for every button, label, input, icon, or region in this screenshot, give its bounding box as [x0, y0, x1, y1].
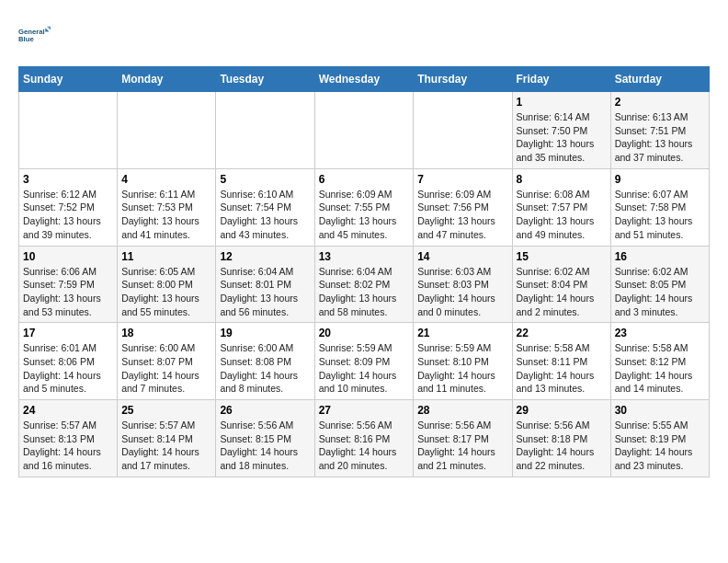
- day-detail: Sunrise: 6:04 AMSunset: 8:01 PMDaylight:…: [220, 265, 310, 319]
- day-detail: Sunrise: 5:56 AMSunset: 8:15 PMDaylight:…: [220, 419, 310, 473]
- calendar-cell: 11Sunrise: 6:05 AMSunset: 8:00 PMDayligh…: [118, 246, 216, 323]
- day-detail: Sunrise: 6:02 AMSunset: 8:04 PMDaylight:…: [517, 265, 607, 319]
- calendar-cell: 30Sunrise: 5:55 AMSunset: 8:19 PMDayligh…: [610, 400, 709, 477]
- calendar-cell: 1Sunrise: 6:14 AMSunset: 7:50 PMDaylight…: [512, 92, 610, 169]
- day-detail: Sunrise: 5:56 AMSunset: 8:18 PMDaylight:…: [517, 419, 607, 473]
- day-detail: Sunrise: 5:57 AMSunset: 8:13 PMDaylight:…: [23, 419, 113, 473]
- day-number: 19: [220, 327, 310, 339]
- page-header: GeneralBlue: [18, 18, 710, 52]
- day-number: 21: [417, 327, 507, 339]
- weekday-header-row: SundayMondayTuesdayWednesdayThursdayFrid…: [19, 67, 710, 92]
- svg-text:Blue: Blue: [18, 35, 34, 43]
- weekday-header-sunday: Sunday: [19, 67, 118, 92]
- day-detail: Sunrise: 6:03 AMSunset: 8:03 PMDaylight:…: [417, 265, 507, 319]
- day-number: 30: [615, 404, 705, 417]
- weekday-header-thursday: Thursday: [414, 67, 512, 92]
- day-detail: Sunrise: 6:01 AMSunset: 8:06 PMDaylight:…: [23, 341, 113, 396]
- day-detail: Sunrise: 6:12 AMSunset: 7:52 PMDaylight:…: [23, 188, 113, 242]
- calendar-cell: 22Sunrise: 5:58 AMSunset: 8:11 PMDayligh…: [512, 323, 610, 400]
- day-number: 20: [319, 327, 410, 339]
- day-number: 8: [517, 173, 607, 186]
- day-number: 9: [615, 173, 705, 186]
- calendar-cell: 23Sunrise: 5:58 AMSunset: 8:12 PMDayligh…: [610, 323, 709, 400]
- calendar-cell: [414, 92, 512, 169]
- calendar-body: 1Sunrise: 6:14 AMSunset: 7:50 PMDaylight…: [19, 92, 710, 477]
- day-detail: Sunrise: 6:07 AMSunset: 7:58 PMDaylight:…: [615, 188, 705, 242]
- day-number: 22: [517, 327, 607, 339]
- weekday-header-friday: Friday: [512, 67, 610, 92]
- day-detail: Sunrise: 6:10 AMSunset: 7:54 PMDaylight:…: [220, 188, 310, 242]
- day-detail: Sunrise: 6:06 AMSunset: 7:59 PMDaylight:…: [23, 265, 113, 319]
- day-detail: Sunrise: 6:00 AMSunset: 8:07 PMDaylight:…: [121, 341, 211, 396]
- day-number: 18: [121, 327, 211, 339]
- calendar-table: SundayMondayTuesdayWednesdayThursdayFrid…: [18, 66, 710, 477]
- day-number: 10: [23, 250, 113, 263]
- day-detail: Sunrise: 5:56 AMSunset: 8:16 PMDaylight:…: [319, 419, 410, 473]
- calendar-cell: [19, 92, 118, 169]
- weekday-header-monday: Monday: [118, 67, 216, 92]
- calendar-cell: 13Sunrise: 6:04 AMSunset: 8:02 PMDayligh…: [314, 246, 414, 323]
- calendar-cell: 18Sunrise: 6:00 AMSunset: 8:07 PMDayligh…: [118, 323, 216, 400]
- day-number: 28: [417, 404, 507, 417]
- calendar-week-row: 10Sunrise: 6:06 AMSunset: 7:59 PMDayligh…: [19, 246, 710, 323]
- day-detail: Sunrise: 5:59 AMSunset: 8:10 PMDaylight:…: [417, 341, 507, 396]
- calendar-cell: 17Sunrise: 6:01 AMSunset: 8:06 PMDayligh…: [19, 323, 118, 400]
- svg-marker-2: [45, 28, 49, 31]
- calendar-week-row: 1Sunrise: 6:14 AMSunset: 7:50 PMDaylight…: [19, 92, 710, 169]
- day-detail: Sunrise: 5:58 AMSunset: 8:12 PMDaylight:…: [615, 341, 705, 396]
- day-number: 16: [615, 250, 705, 263]
- calendar-week-row: 17Sunrise: 6:01 AMSunset: 8:06 PMDayligh…: [19, 323, 710, 400]
- day-number: 24: [23, 404, 113, 417]
- calendar-cell: 20Sunrise: 5:59 AMSunset: 8:09 PMDayligh…: [314, 323, 414, 400]
- day-number: 6: [319, 173, 410, 186]
- day-detail: Sunrise: 6:11 AMSunset: 7:53 PMDaylight:…: [121, 188, 211, 242]
- calendar-cell: 19Sunrise: 6:00 AMSunset: 8:08 PMDayligh…: [216, 323, 314, 400]
- day-number: 3: [23, 173, 113, 186]
- calendar-cell: 9Sunrise: 6:07 AMSunset: 7:58 PMDaylight…: [610, 168, 709, 246]
- day-number: 13: [319, 250, 410, 263]
- day-number: 4: [121, 173, 211, 186]
- logo: GeneralBlue: [18, 18, 51, 52]
- calendar-cell: 14Sunrise: 6:03 AMSunset: 8:03 PMDayligh…: [414, 246, 512, 323]
- calendar-cell: [314, 92, 414, 169]
- day-detail: Sunrise: 6:04 AMSunset: 8:02 PMDaylight:…: [319, 265, 410, 319]
- calendar-cell: 4Sunrise: 6:11 AMSunset: 7:53 PMDaylight…: [118, 168, 216, 246]
- calendar-week-row: 3Sunrise: 6:12 AMSunset: 7:52 PMDaylight…: [19, 168, 710, 246]
- day-number: 17: [23, 327, 113, 339]
- day-detail: Sunrise: 5:57 AMSunset: 8:14 PMDaylight:…: [121, 419, 211, 473]
- calendar-cell: [216, 92, 314, 169]
- calendar-cell: 27Sunrise: 5:56 AMSunset: 8:16 PMDayligh…: [314, 400, 414, 477]
- day-detail: Sunrise: 6:13 AMSunset: 7:51 PMDaylight:…: [615, 110, 705, 165]
- day-number: 11: [121, 250, 211, 263]
- day-detail: Sunrise: 6:14 AMSunset: 7:50 PMDaylight:…: [517, 110, 607, 165]
- calendar-cell: 28Sunrise: 5:56 AMSunset: 8:17 PMDayligh…: [414, 400, 512, 477]
- calendar-cell: 2Sunrise: 6:13 AMSunset: 7:51 PMDaylight…: [610, 92, 709, 169]
- calendar-cell: 25Sunrise: 5:57 AMSunset: 8:14 PMDayligh…: [118, 400, 216, 477]
- calendar-cell: 7Sunrise: 6:09 AMSunset: 7:56 PMDaylight…: [414, 168, 512, 246]
- day-number: 15: [517, 250, 607, 263]
- day-number: 7: [417, 173, 507, 186]
- calendar-header: SundayMondayTuesdayWednesdayThursdayFrid…: [19, 67, 710, 92]
- calendar-cell: 6Sunrise: 6:09 AMSunset: 7:55 PMDaylight…: [314, 168, 414, 246]
- day-detail: Sunrise: 6:00 AMSunset: 8:08 PMDaylight:…: [220, 341, 310, 396]
- day-detail: Sunrise: 5:58 AMSunset: 8:11 PMDaylight:…: [517, 341, 607, 396]
- calendar-week-row: 24Sunrise: 5:57 AMSunset: 8:13 PMDayligh…: [19, 400, 710, 477]
- calendar-cell: 5Sunrise: 6:10 AMSunset: 7:54 PMDaylight…: [216, 168, 314, 246]
- calendar-cell: 10Sunrise: 6:06 AMSunset: 7:59 PMDayligh…: [19, 246, 118, 323]
- day-number: 1: [517, 96, 607, 109]
- day-detail: Sunrise: 6:09 AMSunset: 7:56 PMDaylight:…: [417, 188, 507, 242]
- day-detail: Sunrise: 6:09 AMSunset: 7:55 PMDaylight:…: [319, 188, 410, 242]
- calendar-cell: 12Sunrise: 6:04 AMSunset: 8:01 PMDayligh…: [216, 246, 314, 323]
- day-number: 27: [319, 404, 410, 417]
- day-detail: Sunrise: 6:08 AMSunset: 7:57 PMDaylight:…: [517, 188, 607, 242]
- day-number: 2: [615, 96, 705, 109]
- day-number: 5: [220, 173, 310, 186]
- day-detail: Sunrise: 5:55 AMSunset: 8:19 PMDaylight:…: [615, 419, 705, 473]
- day-detail: Sunrise: 6:02 AMSunset: 8:05 PMDaylight:…: [615, 265, 705, 319]
- svg-text:General: General: [18, 28, 45, 36]
- day-detail: Sunrise: 5:59 AMSunset: 8:09 PMDaylight:…: [319, 341, 410, 396]
- weekday-header-tuesday: Tuesday: [216, 67, 314, 92]
- logo-icon: GeneralBlue: [18, 18, 51, 52]
- day-detail: Sunrise: 6:05 AMSunset: 8:00 PMDaylight:…: [121, 265, 211, 319]
- weekday-header-saturday: Saturday: [610, 67, 709, 92]
